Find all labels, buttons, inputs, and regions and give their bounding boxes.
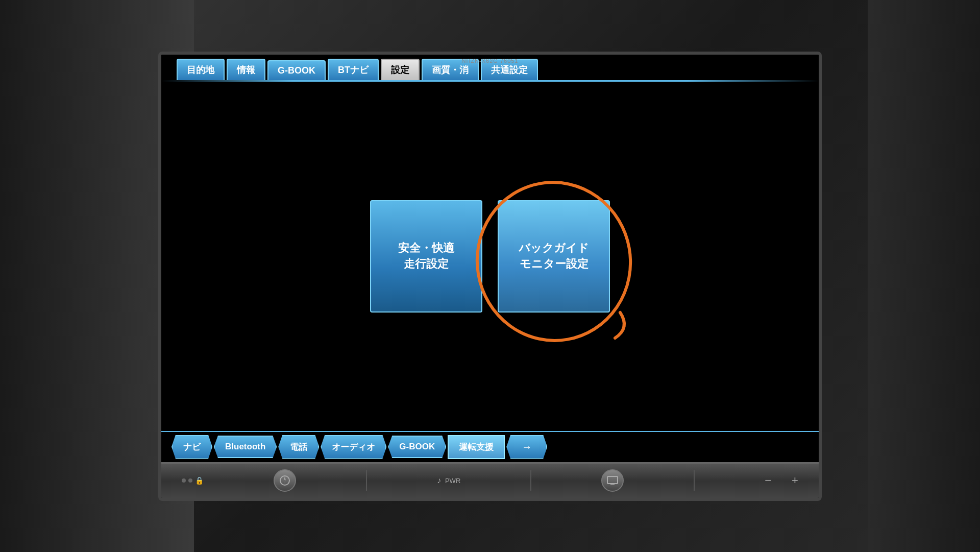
lock-icon: 🔒 xyxy=(195,476,204,485)
tab-gbook[interactable]: G-BOOK xyxy=(267,60,326,80)
dot1 xyxy=(182,478,186,483)
svg-marker-2 xyxy=(284,476,286,481)
button-anzen[interactable]: 安全・快適 走行設定 xyxy=(370,200,482,313)
tab-mokuteki[interactable]: 目的地 xyxy=(177,59,225,80)
main-content: 安全・快適 走行設定 バックガイド モニター設定 xyxy=(161,82,819,431)
music-icon: ♪ xyxy=(437,476,441,485)
tab-gbook2[interactable]: G-BOOK xyxy=(388,436,446,458)
button-back-guide[interactable]: バックガイド モニター設定 xyxy=(498,200,610,313)
unit-frame: NHZN-X62G 76051 目的地 情報 G-BOOK BTナビ 設定 画質… xyxy=(158,52,822,501)
car-surround: NHZN-X62G 76051 目的地 情報 G-BOOK BTナビ 設定 画質… xyxy=(0,0,980,552)
tab-denwa[interactable]: 電話 xyxy=(278,435,319,459)
divider2 xyxy=(530,470,531,491)
hardware-button-bar: 🔒 ♪ PWR xyxy=(161,462,819,498)
dot2 xyxy=(188,478,192,483)
tab-settei[interactable]: 設定 xyxy=(381,59,420,80)
screen: 目的地 情報 G-BOOK BTナビ 設定 画質・消 共通設定 安全・快適 走行… xyxy=(161,55,819,462)
screen-button[interactable] xyxy=(601,469,624,492)
tab-audio[interactable]: オーディオ xyxy=(321,435,386,459)
minus-button[interactable]: − xyxy=(765,474,771,487)
dashboard-right xyxy=(868,0,980,552)
pwr-label[interactable]: ♪ PWR xyxy=(437,476,460,485)
button-back-guide-wrapper: バックガイド モニター設定 xyxy=(498,200,610,313)
tab-btnavi[interactable]: BTナビ xyxy=(328,59,379,80)
pwr-text: PWR xyxy=(445,477,460,485)
model-label: NHZN-X62G 76051 xyxy=(462,58,519,64)
svg-rect-5 xyxy=(610,484,615,485)
tab-arrow[interactable]: → xyxy=(506,435,547,459)
svg-rect-4 xyxy=(607,476,618,484)
lock-dots: 🔒 xyxy=(182,476,204,485)
tab-navi[interactable]: ナビ xyxy=(172,435,212,459)
svg-marker-3 xyxy=(284,481,286,485)
screen-icon xyxy=(607,476,618,485)
plus-button[interactable]: + xyxy=(792,474,798,487)
divider1 xyxy=(366,470,367,491)
tab-bluetooth[interactable]: Bluetooth xyxy=(214,436,277,458)
volume-controls: − + xyxy=(765,474,798,487)
tab-joho[interactable]: 情報 xyxy=(227,59,265,80)
compass-icon xyxy=(279,475,290,486)
tab-unten[interactable]: 運転支援 xyxy=(448,435,505,459)
bottom-tab-bar: ナビ Bluetooth 電話 オーディオ G-BOOK 運転支援 → xyxy=(161,431,819,462)
divider3 xyxy=(694,470,695,491)
compass-button[interactable] xyxy=(274,469,296,492)
